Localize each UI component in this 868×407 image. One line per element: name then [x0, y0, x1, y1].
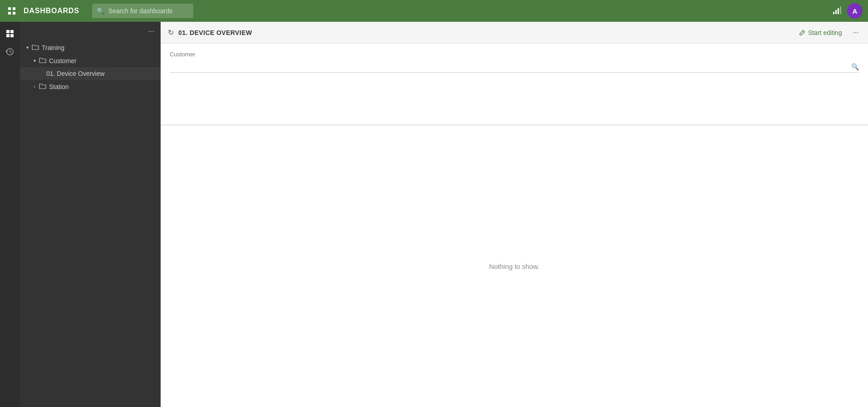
- filter-label: Customer: [170, 51, 859, 58]
- dashboard-search-input[interactable]: [92, 4, 193, 18]
- sidebar-item-training[interactable]: ▾ Training: [20, 41, 161, 54]
- left-sidebar: ··· ▾ Training ▾: [20, 22, 161, 407]
- app-title: DASHBOARDS: [24, 7, 79, 15]
- user-avatar[interactable]: A: [847, 3, 863, 19]
- svg-rect-7: [840, 6, 841, 14]
- svg-rect-10: [6, 34, 10, 37]
- refresh-icon[interactable]: ↻: [168, 28, 174, 37]
- svg-rect-11: [10, 34, 14, 37]
- svg-rect-2: [8, 12, 11, 15]
- start-editing-button[interactable]: Start editing: [795, 27, 846, 38]
- content-more-button[interactable]: ···: [851, 27, 861, 39]
- filter-search-icon: 🔍: [851, 63, 859, 70]
- history-nav-icon[interactable]: [2, 44, 18, 60]
- training-chevron: ▾: [25, 45, 30, 50]
- svg-rect-9: [10, 30, 14, 33]
- grid-menu-icon[interactable]: [5, 5, 18, 17]
- dashboard-panels: Customer 🔍 Nothing to show.: [161, 44, 868, 407]
- content-header-actions: Start editing ···: [795, 27, 861, 39]
- sidebar-item-customer[interactable]: ▾ Customer: [20, 54, 161, 67]
- sidebar-item-device-overview[interactable]: 01. Device Overview: [20, 67, 161, 80]
- data-panel: Nothing to show.: [161, 125, 868, 407]
- svg-rect-0: [8, 7, 11, 10]
- svg-rect-4: [833, 12, 834, 14]
- content-header: ↻ 01. DEVICE OVERVIEW Start editing ···: [161, 22, 868, 44]
- main-container: ··· ▾ Training ▾: [0, 22, 868, 407]
- svg-rect-6: [838, 8, 839, 14]
- station-chevron: ›: [32, 84, 37, 89]
- svg-rect-8: [6, 30, 10, 33]
- svg-rect-3: [13, 12, 15, 15]
- customer-folder-icon: [39, 57, 46, 65]
- content-area: ↻ 01. DEVICE OVERVIEW Start editing ··· …: [161, 22, 868, 407]
- sidebar-more-button[interactable]: ···: [147, 25, 156, 37]
- svg-rect-1: [13, 7, 15, 10]
- customer-filter-input[interactable]: [170, 63, 851, 70]
- start-editing-label: Start editing: [808, 29, 842, 36]
- training-folder-icon: [32, 44, 39, 51]
- filter-input-row: 🔍: [170, 63, 859, 73]
- icon-sidebar: [0, 22, 20, 407]
- customer-chevron: ▾: [32, 58, 37, 63]
- filter-panel: Customer 🔍: [161, 44, 868, 125]
- sidebar-item-station[interactable]: › Station: [20, 80, 161, 93]
- search-wrapper: 🔍: [92, 4, 437, 18]
- station-label: Station: [49, 83, 156, 90]
- signal-icon[interactable]: [833, 5, 842, 17]
- sidebar-header: ···: [20, 22, 161, 41]
- sidebar-tree: ▾ Training ▾ Customer: [20, 41, 161, 407]
- customer-label: Customer: [49, 57, 156, 65]
- svg-rect-5: [835, 10, 837, 14]
- device-overview-label: 01. Device Overview: [46, 70, 156, 77]
- training-label: Training: [42, 44, 156, 51]
- nothing-to-show-text: Nothing to show.: [489, 263, 539, 270]
- topbar: DASHBOARDS 🔍 A: [0, 0, 868, 22]
- topbar-right: A: [833, 3, 863, 19]
- dashboard-title: 01. DEVICE OVERVIEW: [178, 29, 791, 36]
- dashboards-nav-icon[interactable]: [2, 25, 18, 42]
- station-folder-icon: [39, 83, 46, 90]
